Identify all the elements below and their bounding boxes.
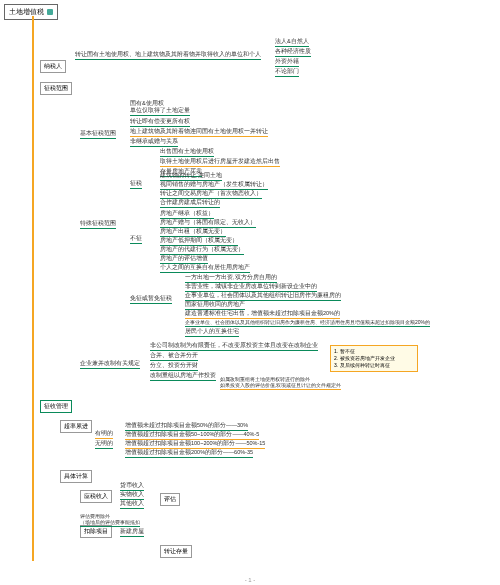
relief-item: 国家征用收回的房地产 <box>185 301 245 310</box>
exempt-item: 房地产低押期间（权属无变） <box>160 237 238 246</box>
exempt-item: 房地产继承（权益） <box>160 210 214 219</box>
basic-item: 转让即有偿变更所有权 <box>130 118 190 127</box>
levy-item: 合作建房建成后转让的 <box>160 199 220 208</box>
relief-item: 建造普通标准住宅出售，增值额未超过扣除项目金额20%的 <box>185 310 340 319</box>
root-node: 土地增值税 <box>4 4 58 20</box>
income-item: 其他收入 <box>120 500 144 509</box>
rate-node[interactable]: 超率累进 <box>60 420 92 433</box>
exempt-item: 房地产的代建行为（权属无变） <box>160 246 244 255</box>
rate-sub: 无明的 <box>95 440 113 449</box>
scope-corp: 企业兼并改制有关规定 <box>80 360 140 369</box>
page-number: - 1 - <box>0 577 500 583</box>
callout-line: 2. 被投资若房地产开发企业 <box>334 355 414 362</box>
deduct-sub: 评估费用除外 （场地后的评估费事能抵扣 <box>80 513 140 527</box>
rate-tier: 增值额超过扣除项目金额200%的部分——60%-35 <box>125 449 253 458</box>
income-note: 评估 <box>160 493 180 506</box>
exempt-item: 个人之间的互换自有居住用房地产 <box>160 264 250 273</box>
deduct-sub3[interactable]: 转让存量 <box>160 545 192 558</box>
corp-item: 分立、投资分开财 <box>150 362 198 371</box>
rate-tier: 增值额超过扣除项目金额50~100%的部分——40%-5 <box>125 431 259 440</box>
calc-node[interactable]: 具体计算 <box>60 470 92 483</box>
basic-item: 国有&使用权 单位仅取得了土地定量 <box>130 100 190 116</box>
section-admin[interactable]: 征收管理 <box>40 400 72 413</box>
rate-tier: 增值额超过扣除项目金额100~200%的部分——50%-15 <box>125 440 265 449</box>
corp-item: 合并、被合并分开 <box>150 352 198 361</box>
relief-item: 企事业单位，社会团体以及其他组织转让旧房作为廉租房的 <box>185 292 341 301</box>
relief-item: 企事业单位、社会团体以及其他组织转让旧房作为廉租住房、经济适用住房且增值额未超过… <box>185 319 430 327</box>
corp-item: 改制重组以房地产作投资 <box>150 372 216 381</box>
income-node[interactable]: 应税收入 <box>80 490 112 503</box>
levy-item: 转让之间交易房地产（首次物态收入） <box>160 190 262 199</box>
scope-special: 特殊征税范围 <box>80 220 116 229</box>
special-relief: 免征或暂免征税 <box>130 295 172 304</box>
relief-item: 非营业性，城镇非企业房改单位转到新设企业中的 <box>185 283 317 292</box>
relief-item: 一方出地一方出资,双方分房自用的 <box>185 274 277 283</box>
levy-item: 建筑物的转让,连同土地 <box>160 172 222 181</box>
corp-note: 如属改制重组将土地使用权转进行的除外 如果投资入股的评估价值,双项减征且计让的文… <box>220 376 341 390</box>
taxpayer-item: 不论部门 <box>275 68 299 77</box>
deduct-sub: 新建房屋 <box>120 528 144 537</box>
section-scope[interactable]: 征税范围 <box>40 82 72 95</box>
taxpayer-item: 各种经济性质 <box>275 48 311 57</box>
basic-item: 非继承或赠与关系 <box>130 138 178 147</box>
special-exempt: 不征 <box>130 235 142 244</box>
taxpayer-item: 法人&自然人 <box>275 38 309 47</box>
basic-item: 取得土地使用权后进行房屋开发建造然后出售 <box>160 158 280 167</box>
section-taxpayer[interactable]: 纳税人 <box>40 60 66 73</box>
callout-line: 1. 暂不征 <box>334 348 414 355</box>
basic-item: 出售国有土地使用权 <box>160 148 214 157</box>
corp-item: 非公司制改制为有限责任，不改变原投资主体且改变在改制企业 <box>150 342 318 351</box>
exempt-item: 房地产赠与（将国有限定、无收入） <box>160 219 256 228</box>
taxpayer-desc: 转让国有土地使用权、地上建筑物及其附着物并取得收入的单位和个人 <box>75 51 261 60</box>
rate-tier: 增值额未超过扣除项目金额50%的部分——30% <box>125 422 248 431</box>
corp-callout: 1. 暂不征 2. 被投资若房地产开发企业 3. 及后续何种转让时再征 <box>330 345 418 372</box>
rate-sub: 有明的 <box>95 430 113 439</box>
exempt-item: 房地产出租（权属无变） <box>160 228 226 237</box>
income-item: 货币收入 <box>120 482 144 491</box>
root-label: 土地增值税 <box>9 7 44 17</box>
main-spine <box>32 16 34 561</box>
special-levy: 征税 <box>130 180 142 189</box>
exempt-item: 房地产的评估增值 <box>160 255 208 264</box>
levy-item: 视同销售的赠与房地产（发生权属转让） <box>160 181 268 190</box>
basic-item: 地上建筑物及其附着物连同国有土地使用权一并转让 <box>130 128 268 137</box>
income-item: 实物收入 <box>120 491 144 500</box>
scope-basic: 基本征税范围 <box>80 130 116 139</box>
collapse-icon[interactable] <box>47 9 53 15</box>
callout-line: 3. 及后续何种转让时再征 <box>334 362 414 369</box>
relief-item: 居民个人的互换住宅 <box>185 328 239 337</box>
taxpayer-item: 外资外籍 <box>275 58 299 67</box>
